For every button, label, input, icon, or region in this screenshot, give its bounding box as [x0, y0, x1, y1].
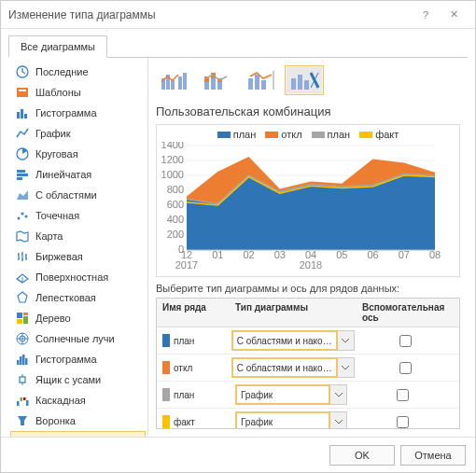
svg-rect-19	[20, 356, 22, 365]
series-type-combo[interactable]: График	[235, 384, 330, 405]
svg-rect-0	[17, 88, 28, 97]
subtype-4-selected[interactable]	[285, 65, 324, 95]
pie-icon	[16, 147, 29, 160]
series-row: планГрафик	[157, 382, 459, 409]
svg-rect-14	[23, 316, 28, 324]
series-name: план	[174, 390, 231, 400]
templates-icon	[16, 86, 29, 99]
sidebar-item-hbar[interactable]: Линейчатая	[8, 164, 147, 185]
combo-arrow-button[interactable]	[338, 330, 355, 351]
legend-swatch	[359, 132, 372, 138]
tab-all-charts[interactable]: Все диаграммы	[8, 35, 107, 58]
series-name: факт	[174, 417, 231, 427]
ok-button[interactable]: OK	[329, 445, 395, 466]
tree-icon	[16, 312, 29, 325]
sidebar-item-tree[interactable]: Дерево	[8, 308, 147, 328]
sidebar-item-stock[interactable]: Биржевая	[8, 246, 147, 267]
series-type-combo[interactable]: С областями и нако…	[231, 357, 338, 378]
chevron-down-icon	[342, 339, 349, 343]
series-name: откл	[174, 363, 228, 373]
series-row: планС областями и нако…	[157, 327, 459, 355]
svg-rect-37	[204, 82, 209, 90]
sidebar-item-waterfall[interactable]: Каскадная	[8, 390, 147, 410]
sidebar-item-label: Гистограмма	[35, 354, 97, 365]
sidebar-item-scatter[interactable]: Точечная	[8, 205, 147, 226]
svg-text:600: 600	[167, 199, 184, 210]
svg-rect-47	[298, 75, 302, 90]
waterfall-icon	[16, 394, 29, 407]
sidebar-item-pie[interactable]: Круговая	[8, 144, 147, 164]
content-area: ПоследниеШаблоныГистограммаГрафикКругова…	[8, 57, 468, 437]
svg-rect-43	[255, 75, 259, 90]
combo-arrow-button[interactable]	[338, 357, 355, 378]
svg-text:1000: 1000	[161, 169, 184, 180]
combo-arrow-button[interactable]	[330, 411, 347, 429]
combo-arrow-button[interactable]	[330, 384, 347, 405]
sidebar-item-line[interactable]: График	[8, 123, 147, 144]
secondary-axis-checkbox[interactable]	[397, 416, 409, 428]
sidebar-item-recent[interactable]: Последние	[8, 62, 147, 82]
secondary-axis-checkbox[interactable]	[399, 362, 412, 374]
sidebar-item-label: Ящик с усами	[35, 374, 101, 385]
sidebar-item-label: Линейчатая	[35, 169, 91, 180]
subtype-3[interactable]	[242, 65, 281, 95]
svg-rect-7	[17, 174, 28, 176]
chart-svg: 0200400600800100012001400120102030405060…	[161, 142, 441, 272]
sidebar-item-bar[interactable]: Гистограмма	[8, 103, 147, 123]
svg-text:01: 01	[212, 249, 223, 260]
svg-rect-1	[19, 90, 26, 91]
legend-swatch	[312, 132, 325, 138]
legend-label: план	[328, 129, 351, 140]
legend-label: откл	[281, 129, 301, 140]
subtype-1[interactable]	[156, 65, 195, 95]
series-type-combo[interactable]: С областями и нако…	[231, 330, 338, 351]
series-type-combo[interactable]: График	[235, 411, 330, 429]
svg-text:2018: 2018	[300, 259, 322, 271]
hdr-type: Тип диаграммы	[230, 299, 357, 327]
svg-rect-28	[26, 400, 29, 406]
bar-icon	[16, 106, 29, 119]
area-icon	[16, 188, 29, 202]
svg-rect-44	[261, 80, 266, 90]
svg-text:800: 800	[167, 184, 184, 195]
titlebar: Изменение типа диаграммы ? ✕	[1, 1, 475, 29]
sidebar-item-templates[interactable]: Шаблоны	[8, 82, 147, 103]
chart-legend: планотклпланфакт	[161, 129, 455, 140]
sidebar-item-label: График	[35, 128, 71, 139]
series-color-swatch	[162, 334, 170, 347]
series-grid-header: Имя ряда Тип диаграммы Вспомогательная о…	[157, 299, 459, 327]
help-button[interactable]: ?	[412, 1, 440, 29]
tab-bar: Все диаграммы	[1, 29, 475, 57]
sidebar-item-map[interactable]: Карта	[8, 226, 147, 246]
sidebar-item-label: С областями	[35, 189, 97, 201]
sidebar-item-histo[interactable]: Гистограмма	[8, 349, 147, 369]
sidebar-item-boxw[interactable]: Ящик с усами	[8, 369, 147, 390]
surface-icon	[16, 271, 29, 284]
svg-rect-33	[171, 80, 175, 90]
svg-rect-2	[17, 112, 20, 118]
svg-text:400: 400	[167, 214, 184, 225]
secondary-axis-checkbox[interactable]	[397, 389, 409, 401]
sidebar-item-label: Гистограмма	[35, 107, 97, 118]
sidebar-item-surface[interactable]: Поверхностная	[8, 267, 147, 287]
svg-rect-26	[21, 397, 23, 401]
cancel-button[interactable]: Отмена	[400, 445, 466, 466]
series-color-swatch	[162, 361, 170, 374]
secondary-axis-checkbox[interactable]	[399, 335, 412, 347]
sidebar-item-funnel[interactable]: Воронка	[8, 410, 147, 431]
svg-rect-35	[183, 73, 187, 90]
subtype-2[interactable]	[199, 65, 238, 95]
radar-icon	[16, 291, 29, 304]
sidebar-item-area[interactable]: С областями	[8, 185, 147, 205]
svg-text:02: 02	[243, 249, 254, 260]
sidebar-item-radar[interactable]: Лепестковая	[8, 287, 147, 308]
close-button[interactable]: ✕	[440, 1, 468, 29]
sidebar-item-label: Биржевая	[35, 251, 83, 262]
svg-text:08: 08	[429, 249, 441, 260]
svg-rect-4	[24, 114, 27, 118]
svg-rect-20	[22, 355, 25, 365]
svg-rect-48	[304, 80, 309, 90]
chart-preview: планотклпланфакт 02004006008001000120014…	[156, 124, 460, 277]
sidebar-item-sunburst[interactable]: Солнечные лучи	[8, 328, 147, 349]
svg-text:1400: 1400	[161, 142, 184, 150]
